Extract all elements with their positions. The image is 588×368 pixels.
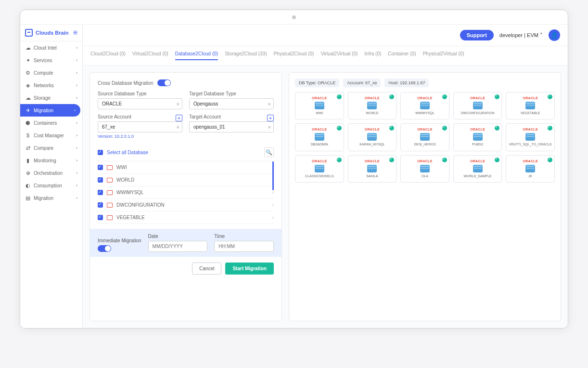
database-card[interactable]: ORACLEVEGETABLE <box>506 92 555 119</box>
nav-icon: ✦ <box>25 57 31 63</box>
card-name: KARAN_MYSQL <box>350 143 395 146</box>
chevron-right-icon: › <box>74 108 76 113</box>
chevron-right-icon: › <box>76 183 77 188</box>
target-account-input[interactable] <box>189 121 274 132</box>
database-icon <box>367 102 377 109</box>
tab-physical2virtual[interactable]: Physical2Virtual (0) <box>423 51 464 60</box>
tab-virtual2cloud[interactable]: Virtual2Cloud (0) <box>132 51 168 60</box>
database-card[interactable]: ORACLEJK <box>506 155 555 183</box>
logo-text: Clouds Brain <box>36 30 68 36</box>
hamburger-icon[interactable]: ≡ <box>73 28 77 37</box>
sidebar-item-networks[interactable]: ◈Networks› <box>20 79 82 92</box>
status-badge <box>548 158 552 162</box>
oracle-logo: ORACLE <box>350 128 395 131</box>
date-label: Date <box>148 234 208 239</box>
database-icon <box>107 190 113 195</box>
user-menu[interactable]: developer | EVM ˅ <box>499 32 543 39</box>
source-db-type-input[interactable] <box>98 98 182 109</box>
database-card[interactable]: ORACLEKARAN_MYSQL <box>348 123 397 151</box>
select-all-label: Select all Database <box>107 150 148 155</box>
db-checkbox[interactable] <box>98 190 103 195</box>
tab-infra[interactable]: Infra (0) <box>364 51 381 60</box>
sidebar-item-containers[interactable]: ⬢Containers› <box>20 117 82 129</box>
sidebar-item-label: Storage <box>34 95 51 101</box>
add-target-account-button[interactable]: + <box>267 115 274 121</box>
start-migration-button[interactable]: Start Migration <box>225 263 274 275</box>
nav-icon: ◈ <box>25 82 31 88</box>
time-input[interactable] <box>214 241 274 252</box>
database-card[interactable]: ORACLESAKILA <box>348 155 397 183</box>
content: Cross Database Migration Source Database… <box>83 66 568 328</box>
database-list-item[interactable]: DWCONFIGURATION› <box>98 199 274 211</box>
tab-database2cloud[interactable]: Database2Cloud (0) <box>175 51 218 60</box>
sidebar-item-cloud-intel[interactable]: ☁Cloud Intel› <box>20 41 82 54</box>
avatar[interactable]: 👤 <box>549 29 560 41</box>
sidebar-item-migration[interactable]: ▤Migration› <box>20 192 82 204</box>
sidebar-item-migration[interactable]: ✈Migration› <box>20 104 80 117</box>
sidebar-item-label: Consumption <box>34 183 62 188</box>
db-checkbox[interactable] <box>98 202 103 208</box>
clear-icon[interactable]: × <box>177 101 179 107</box>
database-card[interactable]: ORACLEWORLD_SAMPLE <box>453 155 502 183</box>
sidebar-item-cost-manager[interactable]: $Cost Manager› <box>20 129 82 142</box>
database-card[interactable]: ORACLEDWCONFIGURATION <box>453 92 502 119</box>
add-source-account-button[interactable]: + <box>176 115 182 121</box>
status-badge <box>442 94 447 99</box>
database-list[interactable]: WWI›WORLD›WWIMYSQL›DWCONFIGURATION›VEGET… <box>98 161 274 224</box>
tab-container[interactable]: Container (0) <box>388 51 416 60</box>
chevron-right-icon: › <box>272 202 274 208</box>
tab-storage2cloud[interactable]: Storage2Cloud (33) <box>225 51 267 60</box>
db-checkbox[interactable] <box>98 215 103 220</box>
sidebar-item-orchestration[interactable]: ⊕Orchestration› <box>20 167 82 179</box>
card-name: JK <box>508 174 552 178</box>
database-card[interactable]: ORACLEPUBS2 <box>453 123 502 151</box>
source-account-input[interactable] <box>98 121 182 132</box>
database-card[interactable]: ORACLEOLA <box>400 155 449 183</box>
database-list-item[interactable]: VEGETABLE› <box>98 211 274 224</box>
db-checkbox[interactable] <box>98 165 103 170</box>
nav-icon: ✈ <box>25 107 31 113</box>
sidebar-item-compute[interactable]: ⚙Compute› <box>20 66 82 79</box>
tab-virtual2virtual[interactable]: Virtual2Virtual (0) <box>320 51 358 60</box>
sidebar-item-consumption[interactable]: ◐Consumption› <box>20 179 82 192</box>
search-icon[interactable]: 🔍 <box>264 147 274 157</box>
database-card[interactable]: ORACLEVRUTTI_SQL_TO_ORACLE <box>506 123 555 151</box>
oracle-logo: ORACLE <box>403 128 447 131</box>
sidebar-item-services[interactable]: ✦Services› <box>20 54 82 66</box>
support-button[interactable]: Support <box>460 30 494 40</box>
clear-icon[interactable]: × <box>268 124 271 130</box>
database-icon <box>315 133 324 141</box>
database-list-item[interactable]: WORLD› <box>98 174 274 186</box>
target-db-type-input[interactable] <box>189 98 274 109</box>
clear-icon[interactable]: × <box>177 124 179 130</box>
sidebar-item-label: Monitoring <box>34 158 56 163</box>
db-checkbox[interactable] <box>98 177 103 183</box>
scrollbar[interactable] <box>272 161 274 190</box>
database-list-item[interactable]: WWI› <box>98 161 274 174</box>
sidebar-item-storage[interactable]: ☁Storage› <box>20 92 82 104</box>
database-card[interactable]: ORACLECLASSICMODELS <box>295 155 344 183</box>
clear-icon[interactable]: × <box>268 101 271 107</box>
card-name: SAKILA <box>350 174 395 178</box>
sidebar-item-label: Migration <box>34 196 53 201</box>
database-icon <box>420 165 430 172</box>
sidebar-item-monitoring[interactable]: ▮Monitoring› <box>20 154 82 167</box>
database-card[interactable]: ORACLEDB2ADMIN <box>295 123 344 151</box>
oracle-logo: ORACLE <box>508 128 552 131</box>
database-icon <box>315 165 324 172</box>
card-name: OLA <box>403 174 447 178</box>
sidebar-item-label: Cost Manager <box>34 133 64 138</box>
immediate-toggle[interactable] <box>98 245 111 252</box>
cross-db-toggle[interactable] <box>157 79 171 86</box>
database-list-item[interactable]: WWIMYSQL› <box>98 186 274 199</box>
tab-physical2cloud[interactable]: Physical2Cloud (0) <box>273 51 314 60</box>
database-card[interactable]: ORACLEDESI_HEROS <box>400 123 449 151</box>
tab-cloud2cloud[interactable]: Cloud2Cloud (0) <box>90 51 126 60</box>
date-input[interactable] <box>148 241 208 252</box>
database-card[interactable]: ORACLEWWI <box>295 92 344 119</box>
cancel-button[interactable]: Cancel <box>192 263 221 275</box>
sidebar-item-compare[interactable]: ⇄Compare› <box>20 142 82 154</box>
database-card[interactable]: ORACLEWWIMYSQL <box>400 92 449 119</box>
select-all-checkbox[interactable] <box>98 150 103 155</box>
database-card[interactable]: ORACLEWORLD <box>348 92 397 119</box>
